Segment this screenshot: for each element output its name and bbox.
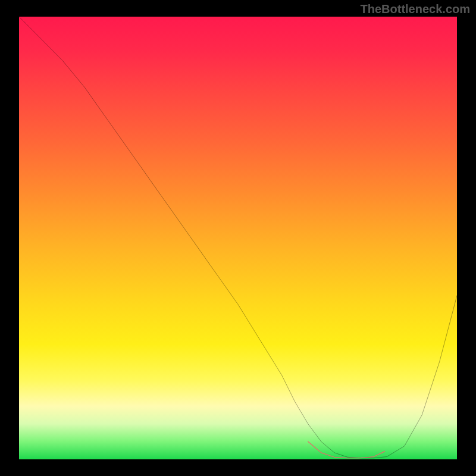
optimal-segment xyxy=(308,441,385,458)
plot-area xyxy=(19,17,457,459)
watermark-text: TheBottleneck.com xyxy=(361,2,470,16)
chart-svg xyxy=(19,17,457,459)
bottleneck-curve xyxy=(19,17,457,458)
